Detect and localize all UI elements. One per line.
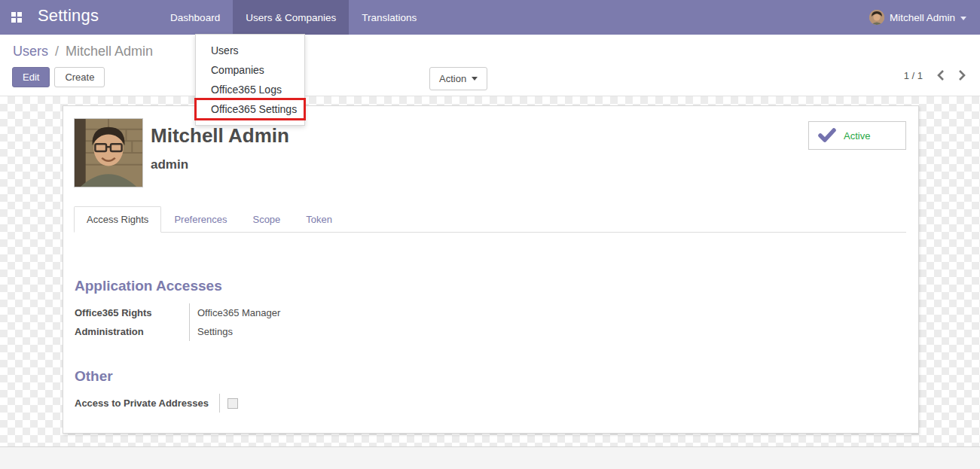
user-photo[interactable] bbox=[74, 118, 143, 187]
section-title-application-accesses: Application Accesses bbox=[75, 278, 906, 294]
apps-grid-icon bbox=[11, 12, 22, 23]
field-value-private-addresses bbox=[219, 394, 340, 413]
nav-item-translations[interactable]: Translations bbox=[349, 0, 429, 35]
top-navbar: Settings Dashboard Users & Companies Tra… bbox=[0, 0, 980, 35]
other-group: Access to Private Addresses bbox=[75, 394, 906, 413]
action-dropdown-button[interactable]: Action bbox=[429, 67, 487, 90]
form-buttons: Edit Create bbox=[12, 67, 105, 87]
section-title-other: Other bbox=[75, 368, 906, 385]
nav-item-users-companies[interactable]: Users & Companies bbox=[233, 0, 349, 35]
edit-button[interactable]: Edit bbox=[12, 67, 50, 87]
page-footer bbox=[0, 446, 980, 469]
breadcrumb-separator: / bbox=[52, 44, 62, 59]
user-login: admin bbox=[151, 157, 289, 172]
field-row-private-addresses: Access to Private Addresses bbox=[75, 394, 906, 413]
application-accesses-group: Office365 Rights Office365 Manager Admin… bbox=[75, 303, 906, 341]
breadcrumb: Users / Mitchell Admin bbox=[13, 44, 153, 59]
active-status-button[interactable]: Active bbox=[808, 121, 906, 150]
tab-access-rights[interactable]: Access Rights bbox=[74, 206, 161, 233]
breadcrumb-current: Mitchell Admin bbox=[66, 44, 153, 59]
menu-item-companies[interactable]: Companies bbox=[196, 60, 304, 80]
menu-item-office365-settings-label: Office365 Settings bbox=[211, 103, 297, 115]
tab-scope[interactable]: Scope bbox=[240, 206, 293, 233]
menu-item-office365-logs[interactable]: Office365 Logs bbox=[196, 80, 304, 99]
user-name-title: Mitchell Admin bbox=[151, 124, 289, 148]
pager-next-button[interactable] bbox=[958, 69, 966, 81]
tab-token[interactable]: Token bbox=[293, 206, 345, 233]
field-value-administration: Settings bbox=[189, 322, 310, 341]
user-menu-name: Mitchell Admin bbox=[890, 12, 955, 23]
field-value-office365-rights: Office365 Manager bbox=[189, 303, 310, 322]
pager-value: 1 / 1 bbox=[904, 70, 923, 81]
nav-item-dashboard[interactable]: Dashboard bbox=[157, 0, 233, 35]
menu-item-users[interactable]: Users bbox=[196, 41, 304, 60]
user-form-sheet: Mitchell Admin admin Active Access Right… bbox=[63, 105, 919, 434]
user-avatar-small bbox=[869, 10, 884, 25]
check-icon bbox=[818, 128, 836, 143]
field-label-private-addresses: Access to Private Addresses bbox=[75, 394, 219, 413]
form-view-background: Mitchell Admin admin Active Access Right… bbox=[0, 96, 980, 446]
users-companies-dropdown: Users Companies Office365 Logs Office365… bbox=[195, 34, 305, 126]
app-title[interactable]: Settings bbox=[33, 0, 112, 35]
user-menu-button[interactable]: Mitchell Admin bbox=[856, 0, 980, 35]
pager: 1 / 1 bbox=[904, 69, 966, 81]
menu-item-office365-settings[interactable]: Office365 Settings bbox=[196, 99, 304, 119]
create-button[interactable]: Create bbox=[54, 67, 105, 87]
main-menu: Dashboard Users & Companies Translations bbox=[157, 0, 429, 35]
field-label-office365-rights: Office365 Rights bbox=[75, 303, 189, 322]
field-label-administration: Administration bbox=[75, 322, 189, 341]
tab-page-access-rights: Application Accesses Office365 Rights Of… bbox=[74, 233, 906, 413]
breadcrumb-users-link[interactable]: Users bbox=[13, 44, 48, 59]
chevron-down-icon bbox=[960, 17, 966, 20]
field-row-office365-rights: Office365 Rights Office365 Manager bbox=[75, 303, 906, 322]
tab-preferences[interactable]: Preferences bbox=[161, 206, 240, 233]
notebook: Access Rights Preferences Scope Token Ap… bbox=[74, 206, 906, 413]
user-header: Mitchell Admin admin Active bbox=[74, 118, 906, 187]
active-status-label: Active bbox=[844, 130, 870, 142]
apps-menu-button[interactable] bbox=[0, 0, 33, 35]
pager-previous-button[interactable] bbox=[936, 69, 945, 81]
private-addresses-checkbox[interactable] bbox=[227, 398, 238, 409]
tab-bar: Access Rights Preferences Scope Token bbox=[74, 206, 906, 233]
user-identity: Mitchell Admin admin bbox=[151, 118, 289, 172]
control-panel: Users / Mitchell Admin Edit Create Actio… bbox=[0, 35, 980, 96]
action-button-label: Action bbox=[439, 73, 466, 84]
field-row-administration: Administration Settings bbox=[75, 322, 906, 341]
chevron-down-icon bbox=[472, 77, 478, 81]
